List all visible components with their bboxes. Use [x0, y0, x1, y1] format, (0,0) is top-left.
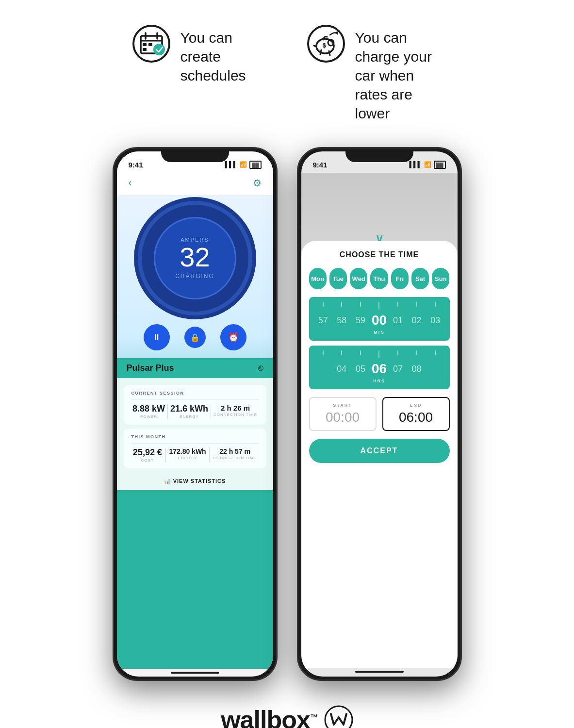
phone-schedule: 9:41 ▌▌▌ 📶 ▓▓ ∨ CHOOSE THE TIME	[297, 147, 462, 681]
pause-button[interactable]: ⏸	[144, 324, 170, 350]
min-01: 01	[389, 315, 407, 326]
phone-charging: 9:41 ▌▌▌ 📶 ▓▓ ‹ ⚙	[113, 147, 278, 681]
hr-07: 07	[389, 364, 407, 374]
day-mon[interactable]: Mon	[309, 268, 327, 289]
end-time-value: 06:00	[388, 410, 444, 425]
month-connection-info: 22 h 57 m CONNECTION TIME	[213, 447, 257, 460]
min-58: 58	[333, 315, 350, 326]
stats-bar-icon: 📊	[164, 478, 173, 484]
feature-schedule: You can create schedules	[132, 24, 268, 85]
start-time-value: 00:00	[315, 410, 371, 425]
hours-picker[interactable]: 04 05 06 07 08 HRS	[309, 346, 450, 389]
hr-04b: 04	[333, 364, 350, 374]
rates-icon: $	[307, 24, 345, 63]
phone1-notch	[161, 149, 229, 162]
start-label: START	[315, 403, 371, 408]
min-00-selected: 00	[370, 313, 388, 328]
accept-button[interactable]: ACCEPT	[309, 439, 450, 463]
hours-label: HRS	[309, 379, 450, 385]
htick1	[323, 350, 324, 355]
cost-label: COST	[141, 458, 154, 463]
htick4-tall	[378, 350, 379, 358]
schedule-icon	[132, 24, 171, 63]
gauge-inner-circle: AMPERS 32 CHARGING	[154, 217, 236, 299]
energy-value: 21.6 kWh	[170, 404, 208, 414]
end-label: END	[388, 403, 444, 408]
month-energy-label: ENERGY	[178, 456, 197, 460]
device-name: Pulsar Plus	[127, 363, 174, 373]
day-wed[interactable]: Wed	[350, 268, 367, 289]
bluetooth-icon: ⎋	[258, 363, 263, 373]
month-energy-info: 172.80 kWh ENERGY	[169, 447, 206, 460]
day-sat[interactable]: Sat	[411, 268, 429, 289]
device-bar: Pulsar Plus ⎋	[117, 358, 273, 378]
power-info: 8.88 kW POWER	[132, 404, 165, 419]
end-time-box[interactable]: END 06:00	[382, 397, 450, 431]
phones-section: 9:41 ▌▌▌ 📶 ▓▓ ‹ ⚙	[0, 137, 574, 691]
phone1-screen: 9:41 ▌▌▌ 📶 ▓▓ ‹ ⚙	[117, 151, 273, 677]
min-02: 02	[408, 315, 426, 326]
htick5	[397, 350, 398, 355]
minutes-label: MIN	[309, 330, 450, 337]
day-thu[interactable]: Thu	[370, 268, 388, 289]
tick6	[416, 302, 417, 307]
connection-value: 2 h 26 m	[221, 404, 250, 412]
hours-numbers: 04 05 06 07 08	[309, 359, 450, 379]
gray-top-area: ∨	[301, 173, 458, 250]
rates-feature-text: You can charge your car when rates are l…	[355, 24, 443, 123]
htick7	[435, 350, 436, 355]
minutes-picker[interactable]: 57 58 59 00 01 02 03 MIN	[309, 297, 450, 341]
cost-info: 25,92 € COST	[133, 447, 162, 463]
lock-button[interactable]: 🔒	[184, 327, 206, 348]
gauge-number: 32	[180, 244, 210, 271]
day-tue[interactable]: Tue	[329, 268, 347, 289]
time-display: START 00:00 END 06:00	[309, 397, 450, 431]
month-energy-value: 172.80 kWh	[169, 447, 206, 455]
tick4-tall	[378, 302, 379, 310]
month-connection-label: CONNECTION TIME	[213, 456, 257, 460]
alarm-button[interactable]: ⏰	[220, 324, 246, 350]
this-month-card: THIS MONTH 25,92 € COST 172.80 kWh ENERG…	[124, 429, 266, 468]
phone1-header: ‹ ⚙	[117, 173, 273, 195]
tick5	[397, 302, 398, 307]
phone2-notch	[345, 149, 413, 162]
tick1	[323, 302, 324, 307]
energy-info: 21.6 kWh ENERGY	[170, 404, 208, 419]
tick7	[435, 302, 436, 307]
day-sun[interactable]: Sun	[432, 268, 449, 289]
phone2-time: 9:41	[313, 161, 328, 169]
power-label: POWER	[140, 414, 157, 419]
cost-value: 25,92 €	[133, 447, 162, 458]
phone2-status-icons: ▌▌▌ 📶 ▓▓	[409, 161, 445, 169]
svg-rect-5	[143, 43, 147, 46]
svg-rect-7	[143, 48, 147, 51]
feature-rates: $ You can charge your car when rates are…	[307, 24, 443, 123]
logo-wordmark: wallbox™	[221, 705, 317, 728]
day-pills-row: Mon Tue Wed Thu Fri Sat Sun	[309, 268, 450, 289]
phone1-status-icons: ▌▌▌ 📶 ▓▓	[225, 161, 261, 169]
phone1-time: 9:41	[129, 161, 143, 169]
current-session-label: CURRENT SESSION	[131, 391, 259, 396]
wallbox-logo: wallbox™	[0, 691, 574, 728]
start-time-box[interactable]: START 00:00	[309, 397, 377, 431]
minutes-numbers: 57 58 59 00 01 02 03	[309, 311, 450, 330]
tick2	[341, 302, 342, 307]
charge-gauge: AMPERS 32 CHARGING	[117, 195, 273, 316]
home-indicator-2	[355, 671, 404, 673]
current-session-card: CURRENT SESSION 8.88 kW POWER 21.6 kWh E…	[124, 385, 266, 425]
wallbox-logo-icon	[324, 705, 353, 728]
hr-05: 05	[352, 364, 369, 374]
day-fri[interactable]: Fri	[391, 268, 409, 289]
view-statistics-button[interactable]: 📊 VIEW STATISTICS	[117, 472, 273, 487]
charging-label: CHARGING	[175, 273, 214, 280]
features-section: You can create schedules $ You can charg…	[0, 0, 574, 137]
back-arrow-icon[interactable]: ‹	[129, 177, 132, 189]
phone2-screen: 9:41 ▌▌▌ 📶 ▓▓ ∨ CHOOSE THE TIME	[301, 151, 458, 677]
settings-gear-icon[interactable]: ⚙	[253, 177, 262, 189]
this-month-label: THIS MONTH	[131, 434, 259, 439]
svg-line-12	[320, 50, 321, 54]
hr-08: 08	[408, 364, 426, 374]
month-connection-value: 22 h 57 m	[219, 447, 250, 455]
htick2	[341, 350, 342, 355]
svg-point-9	[308, 26, 344, 62]
